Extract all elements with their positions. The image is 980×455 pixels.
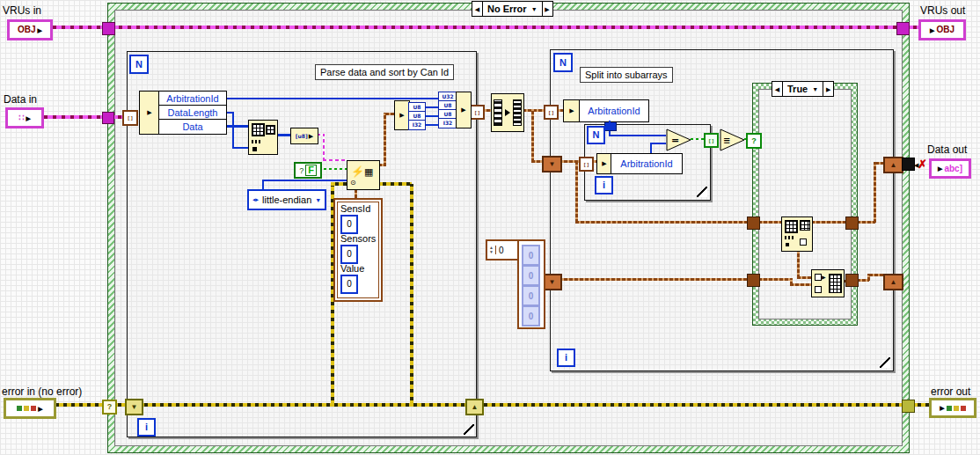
unbundle-arbid-inner-field[interactable]: ArbitrationId [611,153,683,174]
wire-case-c [797,250,800,278]
error-in-label: error in (no error) [2,385,82,398]
tunnel-case-right-top[interactable] [845,216,859,230]
sort-1d-array-node[interactable] [491,93,524,132]
cluster-array-glyph: ∷ [18,114,24,122]
append-arrow-icon: ▶ [822,274,826,280]
data-out-terminal[interactable]: ▶abc] [929,158,971,179]
sorted-array-icon [513,99,522,126]
loop2-iteration-terminal[interactable]: i [557,349,575,367]
and-array-elements-node[interactable]: ≡ [720,128,746,151]
inner-loop-iteration-terminal[interactable]: i [595,176,613,194]
loop1-iteration-terminal[interactable]: i [137,418,156,437]
array-subset-node[interactable] [248,120,278,155]
wire-enum-a [263,180,347,181]
shift-register-left-top[interactable]: ▼ [542,156,562,172]
tunnel-error-out[interactable] [902,400,915,413]
output-arrow-icon: ▶ [38,406,42,412]
tunnel-vrus-right[interactable] [896,22,910,35]
sensors-value[interactable]: 0 [340,245,358,264]
inner-loop-count-terminal[interactable]: N [587,126,605,144]
unbundle-field-data[interactable]: Data [158,119,227,135]
wire-bool-const [318,168,347,170]
loop1-count-terminal[interactable]: N [129,55,149,74]
unbundle-by-name-node[interactable]: ▶ [139,91,160,135]
value-value[interactable]: 0 [340,275,358,294]
build-array-node[interactable]: ▶ [811,269,845,297]
wire-error-4 [479,403,902,407]
broken-wire-x-icon[interactable]: ✗ [918,158,927,171]
tunnel-autoindex-inner-in[interactable]: [ ] [579,157,594,172]
empty-array-constant[interactable]: 0 0 0 0 [517,239,545,329]
cluster-output-arrow-icon: ▶ [461,106,465,114]
wire-tunnel-eq-h [609,135,666,136]
wire-error-5 [913,403,929,407]
array-cell-1[interactable]: 0 [522,265,540,286]
element-square2-icon [815,286,822,293]
data-in-terminal[interactable]: ∷▶ [5,107,44,128]
equal-node[interactable]: = [666,128,692,151]
input-arrow-icon: ▶ [940,405,944,411]
case-selector-terminal[interactable]: ? [746,133,762,149]
case-next-icon[interactable]: ▶ [542,2,552,16]
unbundle-arbid-outer-field[interactable]: ArbitrationId [579,99,649,122]
wire-case-out2-c [869,274,883,276]
tunnel-case-left-top[interactable] [747,216,760,230]
spinner-arrows-icon[interactable]: ▲▼ [487,246,496,254]
tunnel-autoindex-bool-out[interactable]: [ ] [704,133,719,148]
index-marks-icon [785,236,795,239]
wire-data-in [39,115,102,119]
sensid-value[interactable]: 0 [340,215,358,234]
array-cell-2[interactable]: 0 [522,285,540,306]
tunnel-autoindex-loop2-in[interactable]: [ ] [544,105,559,120]
false-value: F [305,165,317,176]
tunnel-autoindex-data-in[interactable]: [ ] [122,110,138,126]
inner-loop-corner-fold [697,187,707,197]
type-cluster-constant[interactable]: SensId 0 Sensors 0 Value 0 [333,198,383,302]
shift-register-right-bottom[interactable]: ▲ [883,274,903,290]
tunnel-case-right-bottom[interactable] [845,274,859,287]
wire-cell2 [424,115,438,117]
true-case-selector[interactable]: ◀ True▼ ▶ [772,81,834,97]
array-cell-3[interactable]: 0 [522,305,540,327]
tunnel-vrus-left[interactable] [102,22,115,35]
chevron-down-icon[interactable]: ▼ [531,6,538,12]
dot-mark-icon [786,243,789,246]
chevron-down-icon[interactable]: ▼ [315,197,321,203]
shift-register-right-top[interactable]: ▲ [883,157,903,173]
case-prev-icon[interactable]: ◀ [472,2,483,16]
byte-order-enum-constant[interactable]: ◂▸ little-endian ▼ [247,189,326,210]
split-1d-array-node[interactable] [781,216,813,252]
case-prev-icon[interactable]: ◀ [772,82,783,96]
vrus-out-terminal[interactable]: ▶OBJ [918,19,966,40]
data-in-label: Data in [4,93,37,106]
output-array-grid-icon [829,274,842,293]
byte-array-to-string-node[interactable]: [u8] ▶ [290,128,318,144]
loop2-count-terminal[interactable]: N [553,53,573,72]
object-glyph: OBJ [936,26,954,34]
tunnel-data-in[interactable] [102,112,114,124]
error-in-terminal[interactable]: ▶ [4,398,56,419]
tunnel-data-out-broken[interactable] [902,158,915,171]
shift-register-error-left[interactable]: ▼ [125,399,143,415]
unflatten-from-string-node[interactable]: ⚡ ▦ ⊙ [347,160,380,190]
error-code-glyph [954,406,959,411]
element-square-icon [815,274,822,281]
error-out-terminal[interactable]: ▶ [929,398,976,418]
outer-case-selector-terminal[interactable]: ? [102,400,117,415]
bundle-node[interactable]: ▶ [456,92,472,128]
cluster-input-arrow-icon: ▶ [602,160,606,167]
array-cell-0[interactable]: 0 [522,245,540,266]
case-next-icon[interactable]: ▶ [823,82,833,96]
shift-register-error-right[interactable]: ▲ [465,399,484,415]
convert-arrow-icon: ▶ [309,133,313,140]
unbundle-arbid-outer[interactable]: ▶ [563,99,581,122]
tunnel-autoindex-bundle-out[interactable]: [ ] [470,105,485,120]
wire-case-out1-b [874,162,876,223]
false-constant[interactable]: ? F [294,162,322,179]
vrus-in-terminal[interactable]: OBJ▶ [7,19,53,40]
array-index-value[interactable]: 0 [496,246,504,255]
array-index-spinner[interactable]: ▲▼ 0 [486,239,521,261]
chevron-down-icon[interactable]: ▼ [812,86,818,92]
tunnel-case-left-bottom[interactable] [747,274,760,287]
outer-case-selector[interactable]: ◀ No Error▼ ▶ [472,1,553,17]
